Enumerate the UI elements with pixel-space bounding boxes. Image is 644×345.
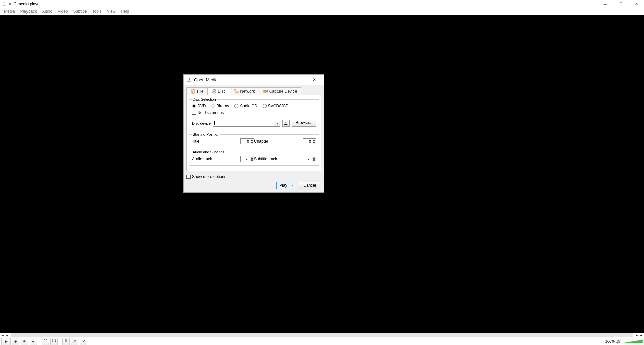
- chapter-label: Chapter: [254, 139, 277, 144]
- audio-subtitles-fieldset: Audio and Subtitles Audio track ▲▼ Subti…: [189, 150, 319, 166]
- eject-icon: ⏏: [284, 121, 288, 126]
- menu-view[interactable]: View: [104, 8, 118, 14]
- playlist-button[interactable]: [62, 338, 70, 345]
- eject-button[interactable]: ⏏: [282, 120, 290, 127]
- extended-settings-button[interactable]: [50, 338, 58, 345]
- menu-help[interactable]: Help: [118, 8, 132, 14]
- svg-rect-5: [187, 81, 191, 82]
- video-area: Open Media — ☐ ✕ File Disc Network Captu…: [0, 15, 644, 333]
- chapter-spin-buttons[interactable]: ▲▼: [312, 138, 316, 144]
- title-label: Title: [192, 139, 215, 144]
- tab-capture-label: Capture Device: [269, 89, 297, 94]
- checkbox-no-disc-menus[interactable]: No disc menus: [192, 110, 224, 115]
- radio-bluray[interactable]: Blu-ray: [211, 104, 229, 108]
- tab-disc[interactable]: Disc: [207, 87, 230, 95]
- svg-marker-17: [266, 90, 268, 92]
- file-icon: [191, 89, 196, 94]
- seek-bar-row: --:-- --:--: [0, 333, 644, 337]
- disc-device-label: Disc device: [192, 121, 211, 125]
- checkbox-show-more-options[interactable]: [186, 175, 191, 179]
- open-media-dialog: Open Media — ☐ ✕ File Disc Network Captu…: [183, 74, 324, 193]
- play-icon: ▶: [5, 339, 8, 344]
- disc-selection-legend: Disc Selection: [192, 97, 217, 101]
- dialog-body: Disc Selection DVD Blu-ray Audio CD SVCD…: [186, 95, 321, 171]
- subtitle-track-spin-input[interactable]: [303, 156, 312, 162]
- tab-capture[interactable]: Capture Device: [259, 87, 302, 95]
- disc-device-combo[interactable]: ▾: [213, 120, 280, 127]
- fullscreen-button[interactable]: ⛶: [42, 338, 49, 345]
- svg-point-11: [214, 91, 215, 92]
- speaker-icon[interactable]: 🔊: [616, 339, 621, 344]
- tab-file-label: File: [197, 89, 203, 94]
- dialog-maximize-button[interactable]: ☐: [293, 75, 307, 85]
- loop-icon: ↻: [73, 339, 76, 344]
- tab-file[interactable]: File: [186, 87, 208, 95]
- dialog-close-button[interactable]: ✕: [307, 75, 321, 85]
- shuffle-button[interactable]: ✕: [80, 338, 87, 345]
- menu-subtitle[interactable]: Subtitle: [71, 8, 90, 14]
- radio-audiocd[interactable]: Audio CD: [234, 104, 257, 108]
- svg-rect-3: [4, 4, 5, 5]
- fullscreen-icon: ⛶: [43, 339, 47, 344]
- playback-controls: ▶ ⏮ ■ ⏭ ⛶ ↻ ✕ 100% 🔊: [0, 337, 644, 345]
- menu-bar: Media Playback Audio Video Subtitle Tool…: [0, 8, 644, 15]
- disc-icon: [212, 89, 216, 94]
- audio-track-spin-buttons[interactable]: ▲▼: [250, 156, 254, 162]
- starting-position-fieldset: Starting Position Title ▲▼ Chapter ▲▼: [189, 132, 319, 148]
- title-spin-buttons[interactable]: ▲▼: [250, 138, 254, 144]
- dialog-titlebar[interactable]: Open Media — ☐ ✕: [184, 75, 324, 85]
- svg-rect-13: [237, 92, 238, 93]
- menu-video[interactable]: Video: [55, 8, 70, 14]
- tab-network-label: Network: [240, 89, 255, 94]
- window-title: VLC media player: [9, 2, 598, 6]
- maximize-button[interactable]: ☐: [613, 0, 629, 8]
- elapsed-time[interactable]: --:--: [2, 333, 8, 337]
- playlist-icon: [64, 339, 68, 344]
- svg-rect-6: [189, 79, 190, 79]
- svg-rect-23: [55, 341, 56, 342]
- chapter-spin-input[interactable]: [303, 138, 312, 144]
- tab-disc-label: Disc: [218, 89, 225, 94]
- next-button[interactable]: ⏭: [30, 338, 37, 345]
- svg-rect-7: [188, 80, 190, 81]
- menu-tools[interactable]: Tools: [90, 8, 104, 14]
- radio-svcd[interactable]: SVCD/VCD: [263, 104, 289, 108]
- vlc-cone-icon: [186, 77, 192, 82]
- subtitle-track-spin-buttons[interactable]: ▲▼: [312, 156, 316, 162]
- close-button[interactable]: ✕: [629, 0, 644, 8]
- volume-slider[interactable]: [623, 339, 643, 344]
- play-pause-button[interactable]: ▶: [1, 338, 11, 345]
- divider: [192, 118, 316, 118]
- network-icon: [234, 89, 239, 94]
- cancel-button[interactable]: Cancel: [298, 182, 321, 189]
- svg-marker-0: [3, 2, 5, 5]
- play-dropdown-button[interactable]: ▼: [290, 182, 296, 189]
- volume-label[interactable]: 100%: [605, 339, 615, 343]
- title-spin-input[interactable]: [240, 138, 250, 144]
- menu-media[interactable]: Media: [1, 8, 18, 14]
- svg-rect-12: [234, 90, 236, 91]
- dialog-minimize-button[interactable]: —: [279, 75, 293, 85]
- seek-slider[interactable]: [11, 333, 634, 337]
- minimize-button[interactable]: —: [598, 0, 613, 8]
- svg-marker-4: [188, 77, 190, 81]
- svg-rect-2: [4, 3, 5, 4]
- svg-rect-21: [52, 341, 53, 341]
- svg-rect-1: [3, 5, 6, 6]
- loop-button[interactable]: ↻: [71, 338, 78, 345]
- menu-playback[interactable]: Playback: [18, 8, 40, 14]
- dialog-tabs: File Disc Network Capture Device: [186, 87, 321, 95]
- stop-icon: ■: [23, 339, 25, 344]
- stop-button[interactable]: ■: [21, 338, 28, 345]
- browse-button[interactable]: Browse...: [292, 120, 316, 127]
- audio-track-spin-input[interactable]: [240, 156, 250, 162]
- play-button[interactable]: Play ▼: [276, 182, 296, 189]
- skip-forward-icon: ⏭: [31, 339, 35, 344]
- chevron-down-icon[interactable]: ▾: [275, 120, 280, 126]
- previous-button[interactable]: ⏮: [12, 338, 19, 345]
- tab-network[interactable]: Network: [230, 87, 259, 95]
- radio-dvd[interactable]: DVD: [192, 104, 206, 108]
- total-time[interactable]: --:--: [636, 333, 642, 337]
- main-titlebar: VLC media player — ☐ ✕: [0, 0, 644, 8]
- menu-audio[interactable]: Audio: [39, 8, 55, 14]
